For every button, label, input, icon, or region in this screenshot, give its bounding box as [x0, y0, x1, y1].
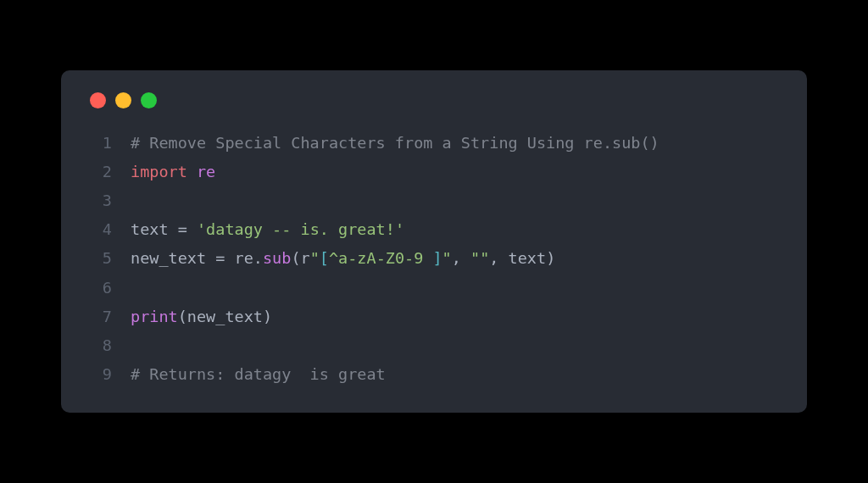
close-icon[interactable]	[90, 92, 106, 108]
code-line: 2 import re	[88, 158, 780, 186]
line-number: 6	[88, 274, 112, 303]
code-line: 6	[88, 274, 780, 303]
maximize-icon[interactable]	[141, 92, 157, 108]
code-line: 7 print(new_text)	[88, 303, 780, 331]
line-number: 3	[88, 186, 112, 215]
line-number: 7	[88, 303, 112, 331]
line-number: 1	[88, 129, 112, 158]
line-content: # Returns: datagy is great	[131, 360, 386, 389]
line-content: # Remove Special Characters from a Strin…	[131, 129, 659, 158]
line-number: 2	[88, 158, 112, 186]
code-editor-window: 1 # Remove Special Characters from a Str…	[61, 70, 807, 414]
line-content: text = 'datagy -- is. great!'	[131, 215, 404, 244]
code-area[interactable]: 1 # Remove Special Characters from a Str…	[88, 129, 780, 390]
line-number: 4	[88, 215, 112, 244]
code-line: 8	[88, 331, 780, 360]
line-content: import re	[131, 158, 215, 186]
code-line: 4 text = 'datagy -- is. great!'	[88, 215, 780, 244]
code-line: 5 new_text = re.sub(r"[^a-zA-Z0-9 ]", ""…	[88, 244, 780, 273]
code-line: 3	[88, 186, 780, 215]
line-content: print(new_text)	[131, 303, 272, 331]
line-number: 5	[88, 244, 112, 273]
line-number: 9	[88, 360, 112, 389]
minimize-icon[interactable]	[115, 92, 131, 108]
code-line: 1 # Remove Special Characters from a Str…	[88, 129, 780, 158]
code-line: 9 # Returns: datagy is great	[88, 360, 780, 389]
window-controls	[88, 92, 780, 108]
line-content: new_text = re.sub(r"[^a-zA-Z0-9 ]", "", …	[131, 244, 555, 273]
line-number: 8	[88, 331, 112, 360]
